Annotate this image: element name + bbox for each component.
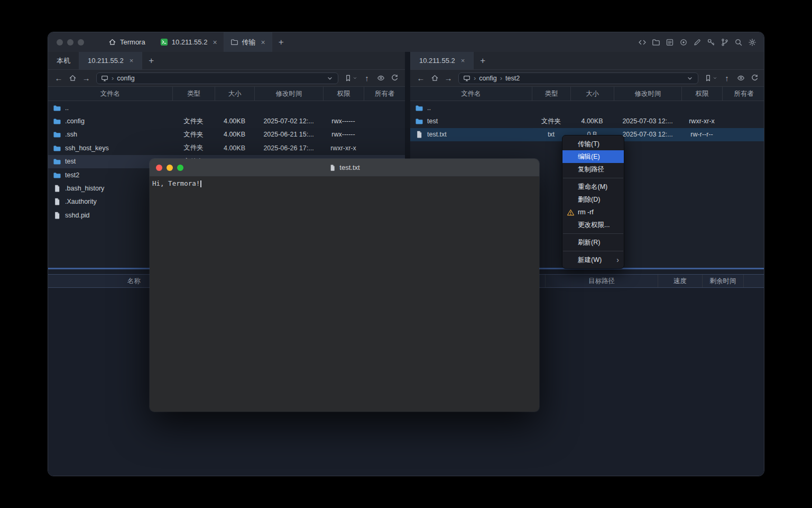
column-size[interactable]: 大小 [215,87,254,101]
file-owner-cell [722,101,764,114]
tab-label: 本机 [57,56,70,66]
new-pane-tab-button[interactable]: + [474,52,492,69]
menu-item-label: rm -rf [578,208,594,216]
search-button[interactable] [732,35,745,49]
column-owner[interactable]: 所有者 [364,87,405,101]
show-hidden-button[interactable] [734,72,747,85]
terminal-icon [160,38,168,46]
file-row[interactable]: .. [48,101,405,114]
log-button[interactable] [663,35,676,49]
column-name[interactable]: 文件名 [410,87,532,101]
close-tab-icon[interactable]: × [213,39,217,46]
plus-icon: + [480,56,485,66]
tab-ssh-session[interactable]: 10.211.55.2 × [154,32,224,52]
menu-item-copy-path[interactable]: 复制路径 [562,163,624,176]
file-row[interactable]: test 文件夹 4.00KB 2025-07-03 12:... rwxr-x… [410,114,764,128]
close-tab-icon[interactable]: × [130,57,134,64]
column-perm[interactable]: 权限 [681,87,722,101]
menu-item-rm-rf[interactable]: rm -rf [562,206,624,219]
keys-button[interactable] [704,35,717,49]
settings-button[interactable] [745,35,759,49]
menu-item-chmod[interactable]: 更改权限... [562,219,624,231]
back-icon: ← [55,74,63,83]
eye-icon [737,74,745,82]
edit-button[interactable] [690,35,704,49]
close-tab-icon[interactable]: × [261,39,265,46]
tab-remote[interactable]: 10.211.55.2 × [79,52,142,69]
column-eta[interactable]: 剩余时间 [702,275,743,287]
file-mtime-cell [254,101,323,114]
column-perm[interactable]: 权限 [323,87,364,101]
minimize-button[interactable] [167,165,173,171]
tab-remote[interactable]: 10.211.55.2 × [410,52,474,69]
folder-icon [415,117,423,125]
menu-item-refresh[interactable]: 刷新(R) [562,236,624,249]
new-pane-tab-button[interactable]: + [142,52,160,69]
menu-item-label: 刷新(R) [578,238,600,247]
record-button[interactable] [677,35,690,49]
editor-title-label: test.txt [339,164,359,171]
code-icon [638,38,647,47]
new-tab-button[interactable]: + [272,32,290,52]
path-segment[interactable]: config [479,75,496,82]
forward-button[interactable]: → [80,72,93,85]
close-tab-icon[interactable]: × [461,57,465,64]
gear-icon [748,38,756,47]
show-hidden-button[interactable] [374,72,387,85]
menu-item-transfer[interactable]: 传输(T) [562,138,624,150]
file-perm-cell: rwxr-xr-x [323,141,364,155]
address-bar[interactable]: › config [96,72,338,84]
column-name[interactable]: 文件名 [48,87,172,101]
refresh-button[interactable] [748,72,761,85]
macro-code-button[interactable] [635,35,649,49]
column-mtime[interactable]: 修改时间 [254,87,323,101]
menu-item-edit[interactable]: 编辑(E) [562,150,624,163]
file-row[interactable]: .config 文件夹 4.00KB 2025-07-02 12:... rwx… [48,114,405,128]
column-mtime[interactable]: 修改时间 [614,87,681,101]
back-button[interactable]: ← [52,72,65,85]
column-type[interactable]: 类型 [532,87,570,101]
path-segment[interactable]: config [117,75,134,82]
parent-dir-button[interactable]: ↑ [361,72,373,85]
file-owner-cell [364,114,405,128]
column-speed[interactable]: 速度 [658,275,702,287]
menu-item-label: 传输(T) [578,140,599,149]
home-button[interactable] [66,72,79,85]
tab-termora-home[interactable]: Termora [100,32,154,52]
close-button[interactable] [57,39,63,46]
address-bar[interactable]: › config › test2 [458,72,698,84]
menu-item-new[interactable]: 新建(W) › [562,253,624,266]
tab-local[interactable]: 本机 [48,52,79,69]
bookmark-button[interactable] [342,72,359,85]
address-dropdown[interactable] [326,75,334,82]
menu-item-delete[interactable]: 删除(D) [562,193,624,206]
column-target-path[interactable]: 目标路径 [545,275,658,287]
refresh-button[interactable] [388,72,401,85]
minimize-button[interactable] [67,39,73,46]
file-icon [53,197,61,206]
file-row[interactable]: .. [410,101,764,114]
parent-dir-button[interactable]: ↑ [721,72,733,85]
path-segment[interactable]: test2 [505,75,520,82]
warning-icon [567,208,575,216]
bookmark-button[interactable] [702,72,719,85]
editor-titlebar[interactable]: test.txt [150,159,539,177]
column-type[interactable]: 类型 [172,87,215,101]
back-button[interactable]: ← [414,72,427,85]
column-size[interactable]: 大小 [570,87,614,101]
close-button[interactable] [156,165,162,171]
branch-button[interactable] [718,35,731,49]
file-row[interactable]: ssh_host_keys 文件夹 4.00KB 2025-06-26 17:.… [48,141,405,155]
tab-transfer[interactable]: 传输 × [224,32,272,52]
column-owner[interactable]: 所有者 [722,87,764,101]
zoom-button[interactable] [177,165,183,171]
file-row[interactable]: .ssh 文件夹 4.00KB 2025-06-21 15:... rwx---… [48,128,405,141]
folder-icon [415,104,423,112]
address-dropdown[interactable] [686,75,694,82]
file-manager-button[interactable] [649,35,662,49]
home-button[interactable] [428,72,441,85]
editor-content[interactable]: Hi, Termora! [150,177,539,412]
zoom-button[interactable] [78,39,84,46]
forward-button[interactable]: → [442,72,455,85]
menu-item-rename[interactable]: 重命名(M) [562,180,624,193]
